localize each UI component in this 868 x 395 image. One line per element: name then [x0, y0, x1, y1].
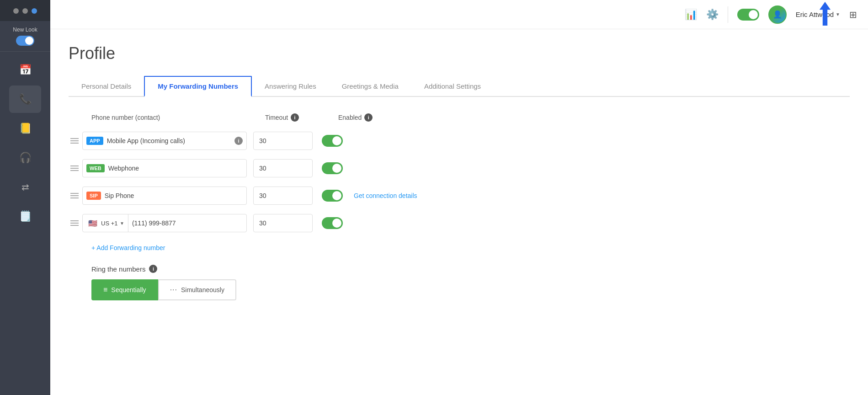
us-flag-icon: 🇺🇸 [88, 219, 97, 228]
enabled-toggle-knob-4 [332, 219, 341, 228]
phone-input-sip: SIP Sip Phone [82, 187, 247, 205]
phone-input-us: 🇺🇸 US +1 ▼ [82, 214, 247, 232]
ring-buttons: ≡ Sequentially ··· Simultaneously [91, 279, 850, 300]
page-content: Profile Personal Details My Forwarding N… [50, 29, 868, 395]
timeout-input-1[interactable] [253, 132, 313, 150]
ring-label: Ring the numbers i [91, 265, 850, 273]
row-mobile-app: APP Mobile App (Incoming calls) i [69, 127, 850, 155]
webphone-label: Webphone [108, 165, 246, 172]
sidebar-item-contacts[interactable]: 📒 [9, 115, 41, 142]
badge-web: WEB [86, 164, 105, 172]
sidebar-item-reports[interactable]: 🗒️ [9, 203, 41, 230]
simultaneously-icon: ··· [170, 286, 177, 294]
timeout-input-4[interactable] [253, 214, 313, 232]
gear-icon[interactable]: ⚙️ [706, 9, 719, 21]
sidebar: New Look 📅 📞 📒 🎧 ⇄ 🗒️ [0, 0, 50, 395]
user-avatar[interactable]: 👤 [768, 5, 787, 24]
phone-input-webphone: WEB Webphone [82, 159, 247, 177]
tab-greetings-media[interactable]: Greetings & Media [329, 76, 411, 96]
user-name-display[interactable]: Eric Attwood ▼ [796, 11, 840, 18]
row-sip-phone: SIP Sip Phone Get connection details [69, 182, 850, 209]
sidebar-item-agent[interactable]: 🎧 [9, 144, 41, 171]
add-forwarding-button[interactable]: + Add Forwarding number [91, 244, 165, 251]
drag-handle-3[interactable] [69, 191, 82, 200]
header-divider [728, 6, 728, 23]
row-us-phone: 🇺🇸 US +1 ▼ [69, 209, 850, 237]
ring-btn-simultaneously[interactable]: ··· Simultaneously [158, 279, 236, 300]
mobile-app-info-icon[interactable]: i [234, 137, 243, 145]
tab-forwarding-numbers[interactable]: My Forwarding Numbers [144, 76, 252, 97]
country-select-wrap: 🇺🇸 US +1 ▼ [83, 214, 128, 232]
enabled-toggle-knob-3 [332, 191, 341, 200]
main-content: 📊 ⚙️ 👤 Eric Attwood ▼ ⊞ Profile Personal… [50, 0, 868, 395]
enabled-toggle-knob-1 [332, 136, 341, 145]
sidebar-header [0, 0, 50, 21]
tabs-container: Personal Details My Forwarding Numbers A… [69, 76, 850, 97]
table-header: Phone number (contact) Timeout i Enabled… [69, 113, 850, 127]
enabled-toggle-4[interactable] [322, 217, 343, 229]
page-title: Profile [69, 44, 850, 63]
enabled-toggle-knob-2 [332, 164, 341, 173]
dot-3 [32, 8, 37, 14]
tab-additional-settings[interactable]: Additional Settings [411, 76, 494, 96]
mobile-app-label: Mobile App (Incoming calls) [107, 137, 234, 144]
badge-app: APP [86, 137, 103, 145]
tab-answering-rules[interactable]: Answering Rules [252, 76, 329, 96]
timeout-input-2[interactable] [253, 159, 313, 177]
sidebar-item-calendar[interactable]: 📅 [9, 56, 41, 84]
top-header: 📊 ⚙️ 👤 Eric Attwood ▼ ⊞ [50, 0, 868, 29]
chart-icon[interactable]: 📊 [685, 9, 697, 21]
badge-sip: SIP [86, 192, 101, 200]
enabled-toggle-1[interactable] [322, 135, 343, 147]
enabled-toggle-2[interactable] [322, 162, 343, 174]
ring-info-icon[interactable]: i [149, 265, 157, 273]
row-webphone: WEB Webphone [69, 155, 850, 182]
header-toggle-knob [749, 10, 758, 19]
timeout-info-icon[interactable]: i [291, 113, 299, 122]
drag-handle-4[interactable] [69, 219, 82, 228]
new-look-toggle-knob [25, 37, 33, 45]
get-connection-link[interactable]: Get connection details [354, 192, 417, 199]
header-status-toggle[interactable] [737, 9, 759, 21]
enabled-info-icon[interactable]: i [364, 113, 373, 122]
chevron-down-icon: ▼ [836, 12, 840, 17]
sidebar-icons: 📅 📞 📒 🎧 ⇄ 🗒️ [0, 52, 50, 230]
col-enabled-header: Enabled i [338, 113, 393, 122]
phone-input-mobile-app: APP Mobile App (Incoming calls) i [82, 132, 247, 150]
country-dropdown-icon: ▼ [120, 221, 124, 226]
grid-icon[interactable]: ⊞ [849, 9, 857, 20]
timeout-input-3[interactable] [253, 187, 313, 205]
col-phone-header: Phone number (contact) [91, 114, 265, 121]
new-look-section: New Look [0, 21, 50, 52]
arrow-indicator [819, 2, 831, 27]
ring-btn-sequentially[interactable]: ≡ Sequentially [91, 279, 158, 300]
sip-phone-label: Sip Phone [105, 192, 246, 199]
col-timeout-header: Timeout i [265, 113, 338, 122]
drag-handle-2[interactable] [69, 164, 82, 173]
dot-1 [13, 8, 19, 14]
svg-marker-0 [820, 2, 831, 26]
new-look-label: New Look [13, 27, 37, 33]
country-select[interactable]: US +1 [99, 220, 120, 227]
sidebar-item-transfer[interactable]: ⇄ [9, 173, 41, 201]
dot-2 [22, 8, 28, 14]
sequentially-icon: ≡ [103, 286, 107, 294]
drag-handle-1[interactable] [69, 136, 82, 145]
sidebar-item-phone[interactable]: 📞 [9, 85, 41, 113]
phone-number-input[interactable] [128, 219, 246, 227]
ring-section: Ring the numbers i ≡ Sequentially ··· Si… [91, 265, 850, 300]
enabled-toggle-3[interactable] [322, 190, 343, 202]
tab-personal-details[interactable]: Personal Details [69, 76, 144, 96]
new-look-toggle[interactable] [16, 36, 34, 46]
